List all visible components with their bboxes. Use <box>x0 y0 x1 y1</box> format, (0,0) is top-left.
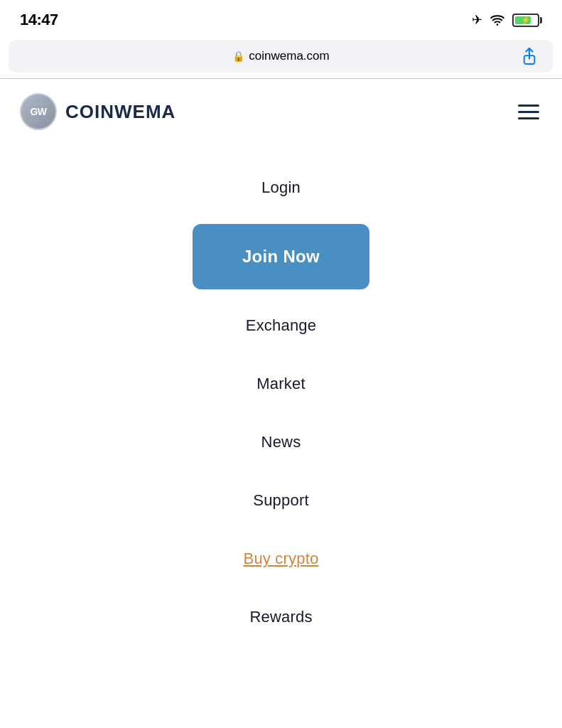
buy-crypto-menu-item[interactable]: Buy crypto <box>0 530 562 588</box>
svg-point-0 <box>497 23 499 26</box>
rewards-menu-item[interactable]: Rewards <box>0 588 562 646</box>
logo-circle: GW <box>20 93 57 130</box>
join-now-button[interactable]: Join Now <box>193 224 369 289</box>
address-text: coinwema.com <box>249 49 329 63</box>
status-bar: 14:47 ✈ ⚡ <box>0 0 562 37</box>
support-label: Support <box>253 491 308 510</box>
login-menu-item[interactable]: Login <box>0 159 562 217</box>
navbar: GW COINWEMA <box>0 79 562 144</box>
main-content: GW COINWEMA Login Join Now Exchange Mark… <box>0 79 562 675</box>
news-menu-item[interactable]: News <box>0 413 562 471</box>
join-now-label: Join Now <box>242 247 320 266</box>
status-time: 14:47 <box>20 11 58 29</box>
hamburger-button[interactable] <box>515 102 542 122</box>
browser-address-bar[interactable]: 🔒 coinwema.com <box>9 40 553 73</box>
hamburger-line-3 <box>518 117 539 119</box>
exchange-label: Exchange <box>246 316 316 335</box>
market-label: Market <box>256 375 305 393</box>
hamburger-line-2 <box>518 111 539 113</box>
lock-icon: 🔒 <box>232 50 244 62</box>
market-menu-item[interactable]: Market <box>0 355 562 413</box>
share-icon <box>522 47 537 65</box>
hamburger-line-1 <box>518 105 539 107</box>
exchange-menu-item[interactable]: Exchange <box>0 296 562 355</box>
battery-icon: ⚡ <box>512 14 542 27</box>
airplane-icon: ✈ <box>472 12 482 28</box>
status-icons: ✈ ⚡ <box>472 12 542 28</box>
menu-container: Login Join Now Exchange Market News Supp… <box>0 144 562 675</box>
brand-name: COINWEMA <box>65 101 175 123</box>
wifi-icon <box>490 14 505 26</box>
buy-crypto-label: Buy crypto <box>244 550 319 568</box>
rewards-label: Rewards <box>249 608 312 626</box>
news-label: News <box>261 433 301 451</box>
logo-area: GW COINWEMA <box>20 93 175 130</box>
logo-letters: GW <box>30 106 46 117</box>
address-center: 🔒 coinwema.com <box>45 49 517 63</box>
share-button[interactable] <box>517 43 542 69</box>
login-label: Login <box>261 178 301 197</box>
support-menu-item[interactable]: Support <box>0 471 562 530</box>
